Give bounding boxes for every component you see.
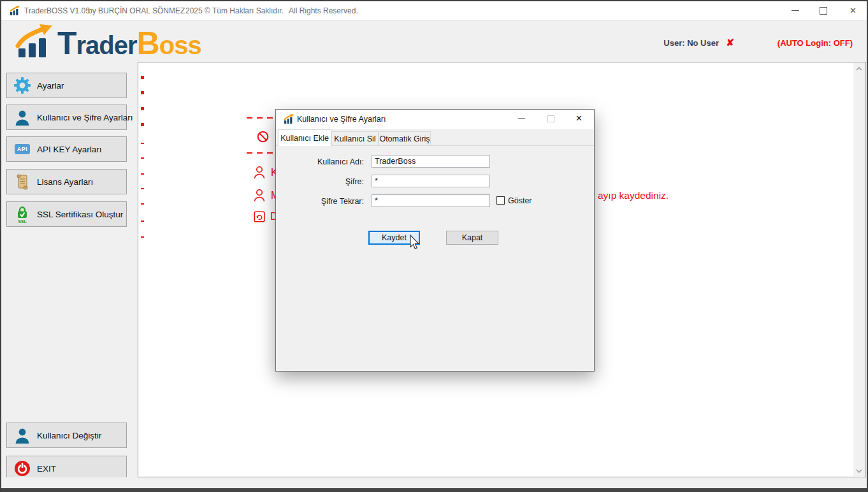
minimize-icon xyxy=(792,10,799,11)
app-logo-wordmark: TraderBoss xyxy=(57,25,201,62)
user-password-dialog: Kullanıcı ve Şifre Ayarları ✕ Kullanıcı … xyxy=(275,109,595,372)
user-icon xyxy=(13,428,32,444)
refresh-box-icon xyxy=(254,211,265,222)
sidebar-item-label: Lisans Ayarları xyxy=(37,177,93,187)
user-status-label: User: No User xyxy=(663,38,719,48)
sidebar-item-label: Ayarlar xyxy=(37,81,64,90)
sidebar-item-ssl[interactable]: SSL SSL Sertifikası Oluştur xyxy=(6,201,127,227)
sidebar-item-label: Kullanıcı ve Şifre Ayarları xyxy=(37,113,133,122)
user-outline-icon xyxy=(253,166,266,179)
dialog-maximize-button xyxy=(539,110,564,129)
dialog-tabstrip: Kullanıcı Ekle Kullanıcı Sil Otomatik Gi… xyxy=(276,129,594,146)
maximize-icon xyxy=(820,7,827,15)
titlebar-copyright: 2025 © Tüm Hakları Saklıdır. xyxy=(185,6,284,15)
close-icon: ✕ xyxy=(575,113,582,123)
sidebar-item-ayarlar[interactable]: Ayarlar xyxy=(6,73,127,98)
app-header: TraderBoss User: No User ✘ (AUTO Login: … xyxy=(1,21,867,62)
warning-row-d: D xyxy=(254,211,278,222)
sidebar-item-kullanici-sifre[interactable]: Kullanıcı ve Şifre Ayarları xyxy=(6,105,127,130)
warning-row-m-tail: ayıp kaydediniz. xyxy=(598,190,669,201)
dialog-titlebar[interactable]: Kullanıcı ve Şifre Ayarları ✕ xyxy=(276,110,594,129)
sidebar-item-label: API KEY Ayarları xyxy=(37,145,102,154)
username-input[interactable] xyxy=(372,155,490,168)
gear-icon xyxy=(13,77,32,94)
window-bottom-strip xyxy=(1,477,867,488)
sidebar-item-lisans[interactable]: Lisans Ayarları xyxy=(6,169,127,194)
sidebar-item-api-key[interactable]: API API KEY Ayarları xyxy=(6,136,127,162)
dialog-title: Kullanıcı ve Şifre Ayarları xyxy=(297,115,386,124)
tab-kullanici-ekle[interactable]: Kullanıcı Ekle xyxy=(278,129,331,146)
close-icon: ✕ xyxy=(850,6,857,15)
sidebar-item-label: SSL Sertifikası Oluştur xyxy=(37,210,123,219)
sidebar-item-label: Kullanıcı Değiştir xyxy=(37,431,101,440)
dialog-minimize-button[interactable] xyxy=(509,110,535,129)
scroll-up-icon[interactable] xyxy=(853,63,865,74)
window-close-button[interactable]: ✕ xyxy=(841,1,868,20)
maximize-icon xyxy=(547,115,554,122)
show-password-checkbox[interactable] xyxy=(496,196,505,205)
sidebar-item-kullanici-degistir[interactable]: Kullanıcı Değiştir xyxy=(6,423,127,448)
api-key-icon: API xyxy=(13,144,32,154)
tab-kullanici-sil[interactable]: Kullanıcı Sil xyxy=(331,131,379,146)
license-scroll-icon xyxy=(13,173,32,190)
auto-login-status: (AUTO Login: OFF) xyxy=(778,38,853,48)
titlebar-byline: by BURÇİN ORAL SÖNMEZ xyxy=(88,6,185,15)
show-password-label: Göster xyxy=(508,196,532,205)
username-label: Kullanıcı Adı: xyxy=(287,157,364,166)
password-repeat-input[interactable] xyxy=(372,194,490,207)
user-outline-icon xyxy=(253,189,266,202)
warning-row-blocked xyxy=(257,131,274,143)
password-repeat-label: Şifre Tekrar: xyxy=(287,197,364,206)
ssl-lock-icon: SSL xyxy=(13,206,32,223)
warning-row-k: K xyxy=(253,166,278,179)
app-title: TraderBOSS V1.05 xyxy=(24,6,90,15)
dialog-logo-icon xyxy=(284,114,294,124)
app-window: TraderBOSS V1.05 by BURÇİN ORAL SÖNMEZ 2… xyxy=(0,0,868,492)
svg-text:SSL: SSL xyxy=(18,219,27,223)
prohibition-icon xyxy=(257,131,269,143)
user-icon xyxy=(13,110,32,126)
window-minimize-button[interactable] xyxy=(781,1,810,20)
app-logo-mini-icon xyxy=(10,6,20,16)
window-titlebar: TraderBOSS V1.05 by BURÇİN ORAL SÖNMEZ 2… xyxy=(1,1,867,21)
app-logo-icon xyxy=(15,24,55,60)
minimize-icon xyxy=(518,119,525,119)
sidebar-item-label: EXIT xyxy=(37,464,56,474)
vertical-scrollbar[interactable] xyxy=(853,63,865,476)
password-input[interactable] xyxy=(372,175,490,187)
scroll-down-icon[interactable] xyxy=(853,465,865,476)
power-icon xyxy=(13,460,32,477)
window-bottom-edge xyxy=(1,488,867,492)
titlebar-rights: All Rights Reserved. xyxy=(289,6,358,15)
dialog-close-button[interactable]: ✕ xyxy=(567,110,592,129)
password-label: Şifre: xyxy=(287,177,364,186)
window-maximize-button[interactable] xyxy=(810,1,839,20)
close-button[interactable]: Kapat xyxy=(446,231,498,245)
tab-otomatik-giris[interactable]: Otomatik Giriş xyxy=(379,131,431,146)
mouse-cursor xyxy=(410,235,420,250)
auto-login-off-icon: ✘ xyxy=(726,37,734,48)
